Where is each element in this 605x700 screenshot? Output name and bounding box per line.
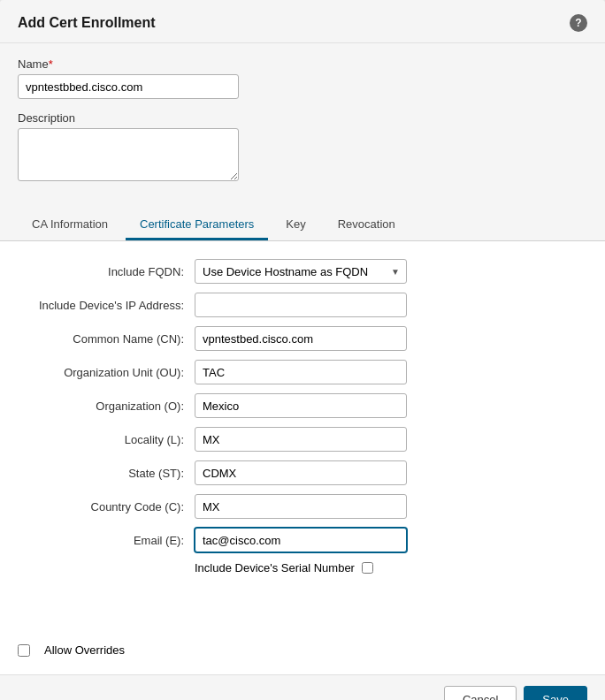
email-row: Email (E): — [18, 528, 587, 552]
add-cert-enrollment-dialog: Add Cert Enrollment ? Name* Description … — [0, 0, 605, 700]
dialog-top-fields: Name* Description — [0, 43, 605, 210]
org-unit-input[interactable] — [195, 360, 407, 384]
name-field-group: Name* — [18, 57, 587, 99]
cancel-button[interactable]: Cancel — [444, 686, 517, 700]
include-fqdn-input-wrapper: Use Device Hostname as FQDN None Other ▼ — [195, 259, 587, 284]
locality-row: Locality (L): — [18, 427, 587, 452]
description-field-group: Description — [18, 111, 587, 184]
spacer — [18, 583, 587, 636]
tab-ca-information[interactable]: CA Information — [18, 210, 122, 240]
organization-input[interactable] — [195, 393, 407, 418]
locality-input[interactable] — [195, 427, 407, 452]
email-input[interactable] — [195, 528, 407, 552]
org-unit-label: Organization Unit (OU): — [18, 366, 195, 379]
include-fqdn-select-wrapper: Use Device Hostname as FQDN None Other ▼ — [195, 259, 407, 284]
include-serial-row: Include Device's Serial Number — [18, 561, 587, 574]
org-unit-row: Organization Unit (OU): — [18, 360, 587, 384]
state-label: State (ST): — [18, 467, 195, 480]
name-label: Name* — [18, 57, 587, 71]
state-row: State (ST): — [18, 460, 587, 485]
allow-overrides-row: Allow Overrides — [18, 636, 587, 657]
email-label: Email (E): — [18, 534, 195, 547]
allow-overrides-label: Allow Overrides — [44, 643, 125, 657]
country-code-row: Country Code (C): — [18, 494, 587, 519]
dialog-header: Add Cert Enrollment ? — [0, 0, 605, 43]
tab-revocation[interactable]: Revocation — [324, 210, 410, 240]
description-label: Description — [18, 111, 587, 125]
name-input[interactable] — [18, 74, 239, 99]
state-input[interactable] — [195, 460, 407, 485]
include-serial-label: Include Device's Serial Number — [195, 561, 355, 574]
include-serial-checkbox[interactable] — [362, 562, 373, 574]
tab-content-certificate-parameters: Include FQDN: Use Device Hostname as FQD… — [0, 241, 605, 674]
tab-key[interactable]: Key — [272, 210, 319, 240]
country-code-label: Country Code (C): — [18, 500, 195, 514]
organization-row: Organization (O): — [18, 393, 587, 418]
locality-label: Locality (L): — [18, 433, 195, 446]
include-fqdn-select[interactable]: Use Device Hostname as FQDN None Other — [195, 259, 407, 284]
include-fqdn-label: Include FQDN: — [18, 265, 195, 278]
common-name-label: Common Name (CN): — [18, 332, 195, 346]
common-name-input[interactable] — [195, 326, 407, 351]
include-fqdn-row: Include FQDN: Use Device Hostname as FQD… — [18, 259, 587, 284]
include-device-ip-label: Include Device's IP Address: — [18, 299, 195, 312]
tab-certificate-parameters[interactable]: Certificate Parameters — [126, 210, 268, 240]
dialog-footer: Cancel Save — [0, 674, 605, 700]
dialog-title: Add Cert Enrollment — [18, 15, 156, 31]
common-name-row: Common Name (CN): — [18, 326, 587, 351]
help-icon[interactable]: ? — [570, 14, 587, 32]
include-device-ip-row: Include Device's IP Address: — [18, 293, 587, 317]
country-code-input[interactable] — [195, 494, 407, 519]
save-button[interactable]: Save — [524, 686, 587, 700]
tabs-container: CA Information Certificate Parameters Ke… — [0, 210, 605, 241]
include-device-ip-input[interactable] — [195, 293, 407, 317]
organization-label: Organization (O): — [18, 399, 195, 413]
allow-overrides-checkbox[interactable] — [18, 644, 30, 657]
description-input[interactable] — [18, 128, 239, 181]
